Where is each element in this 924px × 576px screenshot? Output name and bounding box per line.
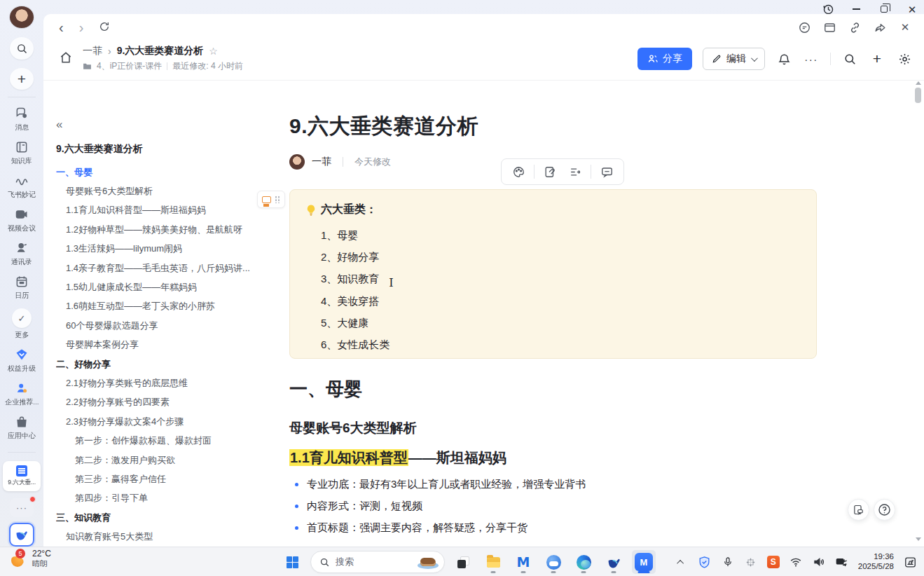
close-doc-icon[interactable]: ✕ (897, 20, 913, 35)
collapse-outline-icon[interactable]: « (56, 118, 266, 132)
outline-doc-title[interactable]: 9.六大垂类赛道分析 (56, 143, 266, 156)
sidebar-item-minutes[interactable]: 飞书妙记 (1, 174, 43, 200)
bullet-item[interactable]: 内容形式：评测，短视频 (289, 500, 817, 513)
outline-item[interactable]: 母婴账号6大类型解析 (56, 181, 266, 200)
active-doc-app-button[interactable]: M (632, 550, 656, 574)
outline-item[interactable]: 第一步：创作爆款标题、爆款封面 (56, 431, 266, 450)
outline-item[interactable]: 母婴脚本案例分享 (56, 336, 266, 355)
outline-toggle-icon[interactable] (563, 161, 588, 182)
outline-item[interactable]: 1.3生活辣妈——lilymum闹妈 (56, 240, 266, 259)
outline-item[interactable]: 第二步：激发用户购买欲 (56, 451, 266, 469)
security-shield-icon[interactable] (698, 555, 712, 569)
callout-list-item[interactable]: 1、母婴 (321, 225, 394, 247)
outline-item[interactable]: 第四步：引导下单 (56, 489, 266, 508)
tab-overflow-button[interactable]: ··· (10, 498, 34, 518)
comment-icon[interactable] (594, 161, 619, 182)
share-forward-icon[interactable] (872, 20, 888, 35)
outline-item[interactable]: 三、知识教育 (56, 508, 266, 527)
sidebar-item-appcenter[interactable]: 应用中心 (1, 415, 43, 441)
file-explorer-button[interactable] (481, 550, 505, 574)
doc-link-icon[interactable] (537, 161, 563, 182)
search-button[interactable] (10, 37, 34, 59)
sidebar-item-upgrade[interactable]: 权益升级 (1, 348, 43, 373)
outline-item[interactable]: 2.2好物分享账号的四要素 (56, 393, 266, 412)
breadcrumb-workspace[interactable]: 一菲 (83, 45, 102, 57)
outline-item[interactable]: 1.6萌娃互动型——老丁头家的小胖苏 (56, 297, 266, 316)
tray-chevron-up[interactable] (675, 555, 689, 569)
volume-icon[interactable] (812, 555, 826, 569)
drag-dots-icon (275, 196, 280, 203)
home-icon[interactable] (59, 50, 73, 67)
outline-item[interactable]: 1.2好物种草型——辣妈美美好物、是航航呀 (56, 220, 266, 239)
create-button[interactable]: + (10, 68, 34, 90)
outline-item[interactable]: 知识教育账号5大类型 (56, 527, 266, 546)
callout-list-item[interactable]: 4、美妆穿搭 (321, 291, 394, 313)
heading-1-1[interactable]: 1.1育儿知识科普型——斯坦福妈妈 (289, 448, 506, 467)
taskbar-search[interactable]: 搜索 (310, 551, 445, 573)
wifi-icon[interactable] (789, 555, 803, 569)
task-view-button[interactable] (451, 550, 475, 574)
sidebar-item-wiki[interactable]: 知识库 (1, 140, 43, 166)
tray-sync-device-icon[interactable] (835, 555, 849, 569)
sidebar-item-more[interactable]: ✓ 更多 (1, 308, 43, 340)
outline-item[interactable]: 1.4亲子教育型——毛毛虫英语，八斤妈妈讲... (56, 259, 266, 277)
sidebar-item-meetings[interactable]: 视频会议 (1, 207, 43, 233)
open-doc-tab[interactable]: 9.六大垂... (3, 461, 41, 491)
mail-button[interactable]: M (511, 550, 535, 574)
folder-name[interactable]: 4、iP正价课-课件 (97, 60, 162, 72)
favorite-star-icon[interactable]: ☆ (209, 46, 218, 57)
callout-block[interactable]: 六大垂类： 1、母婴 2、好物分享 3、知识教育I 4、美妆穿搭 5、大健康 6… (289, 189, 817, 359)
callout-list-item[interactable]: 5、大健康 (321, 313, 394, 334)
outline-item[interactable]: 60个母婴爆款选题分享 (56, 316, 266, 335)
author-name[interactable]: 一菲 (312, 156, 331, 168)
capture-crosshair-icon[interactable] (744, 555, 758, 569)
edge-browser-button[interactable] (572, 550, 595, 574)
theme-palette-icon[interactable] (506, 161, 531, 182)
scroll-down-arrow[interactable] (916, 537, 921, 541)
block-drag-handle[interactable] (257, 191, 285, 208)
scroll-up-arrow[interactable] (916, 81, 921, 85)
heading-muying[interactable]: 一、母婴 (289, 377, 362, 402)
notification-center-icon[interactable] (903, 555, 917, 569)
help-button[interactable] (874, 499, 895, 521)
new-tab-plus-icon[interactable]: + (869, 50, 885, 67)
refresh-button[interactable] (97, 20, 111, 34)
heading-account-types[interactable]: 母婴账号6大类型解析 (289, 419, 417, 437)
feishu-logo[interactable] (9, 523, 34, 547)
sidebar-item-messages[interactable]: 消息 (1, 107, 43, 132)
copy-link-icon[interactable] (847, 20, 862, 35)
settings-gear-icon[interactable] (896, 50, 913, 67)
outline-item[interactable]: 一、母婴 (56, 163, 266, 181)
doc-title[interactable]: 9.六大垂类赛道分析 (289, 112, 478, 141)
start-button[interactable] (280, 550, 304, 574)
bullet-item[interactable]: 首页标题：强调主要内容，解答疑惑，分享干货 (289, 521, 817, 535)
sogou-ime-icon[interactable]: S (767, 556, 780, 568)
feishu-app-button[interactable] (602, 550, 626, 574)
back-button[interactable]: ‹ (57, 20, 65, 34)
microphone-icon[interactable] (721, 555, 735, 569)
sidebar-item-calendar[interactable]: 日历 (1, 275, 43, 301)
callout-list-item[interactable]: 6、女性成长类 (321, 334, 394, 356)
callout-heading[interactable]: 六大垂类： (321, 203, 377, 217)
outline-item[interactable]: 2.3好物分享爆款文案4个步骤 (56, 412, 266, 431)
clock-widget[interactable]: 19:36 2025/5/28 (858, 552, 894, 572)
panel-icon[interactable] (822, 20, 837, 35)
bullet-item[interactable]: 专业功底：最好有3年以上育儿或者职业经验，增强专业背书 (289, 478, 817, 491)
outline-item[interactable]: 2.1好物分享类账号的底层思维 (56, 373, 266, 392)
forward-button[interactable]: › (78, 20, 85, 34)
weather-widget[interactable]: 5 22°C 晴朗 (10, 549, 51, 568)
author-avatar[interactable] (289, 154, 305, 170)
sidebar-item-referral[interactable]: 企业推荐... (1, 381, 43, 407)
weather-app-button[interactable] (542, 550, 565, 574)
callout-list-item[interactable]: 3、知识教育I (321, 268, 394, 290)
outline-item[interactable]: 第三步：赢得客户信任 (56, 469, 266, 488)
sidebar-item-contacts[interactable]: 通讯录 (1, 241, 43, 267)
user-avatar[interactable] (9, 6, 34, 29)
outline-item[interactable]: 1.5幼儿健康成长型——年糕妈妈 (56, 277, 266, 296)
outline-item[interactable]: 1.1育儿知识科普型——斯坦福妈妈 (56, 201, 266, 220)
feedback-button[interactable] (848, 499, 869, 521)
global-search-icon[interactable] (841, 50, 858, 67)
scrollbar-thumb[interactable] (915, 88, 921, 103)
outline-item[interactable]: 二、好物分享 (56, 355, 266, 373)
callout-list-item[interactable]: 2、好物分享 (321, 247, 394, 268)
